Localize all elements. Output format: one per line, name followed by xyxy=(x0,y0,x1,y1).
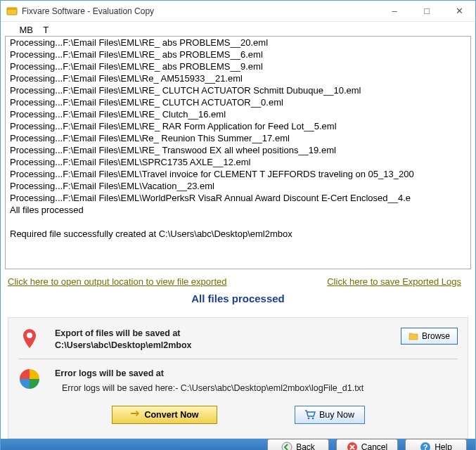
log-line: Processing...F:\Email Files\EML\RE_ CLUT… xyxy=(10,84,470,96)
log-line: Processing...F:\Email Files\EML\Travel i… xyxy=(10,168,470,180)
close-button[interactable]: ✕ xyxy=(443,1,475,22)
cancel-button[interactable]: Cancel xyxy=(336,439,398,450)
export-row: Export of files will be saved at C:\User… xyxy=(18,328,458,352)
buy-now-button[interactable]: Buy Now xyxy=(295,406,365,424)
log-line: Processing...F:\Email Files\EML\RE_ abs … xyxy=(10,60,470,72)
settings-panel: Export of files will be saved at C:\User… xyxy=(8,317,468,439)
maximize-button[interactable]: □ xyxy=(411,1,443,22)
convert-now-button[interactable]: Convert Now xyxy=(112,406,217,424)
location-pin-icon xyxy=(18,328,41,350)
log-line: Processing...F:\Email Files\EML\Re_ AM51… xyxy=(10,72,470,84)
status-message: All files processed xyxy=(5,290,471,317)
export-text: Export of files will be saved at C:\User… xyxy=(55,328,401,352)
errorlog-label: Error logs will be saved at xyxy=(55,368,458,380)
svg-point-6 xyxy=(347,442,357,450)
back-label: Back xyxy=(296,442,315,450)
log-line: Required file successfully created at C:… xyxy=(10,228,470,240)
log-line: Processing...F:\Email Files\EML\Re_ Reun… xyxy=(10,132,470,144)
log-line: Processing...F:\Email Files\EML\SPRC1735… xyxy=(10,156,470,168)
window-title: Fixvare Software - Evaluation Copy xyxy=(22,6,378,16)
log-line: Processing...F:\Email Files\EML\RE_ RAR … xyxy=(10,120,470,132)
svg-point-2 xyxy=(27,333,32,338)
errorlog-row: Error logs will be saved at Error logs w… xyxy=(18,368,458,394)
convert-icon xyxy=(129,409,141,420)
svg-text:?: ? xyxy=(423,443,428,450)
folder-icon xyxy=(409,331,418,341)
app-icon xyxy=(6,6,18,17)
processing-log[interactable]: Processing...F:\Email Files\EML\RE_ abs … xyxy=(5,36,471,269)
log-line: Processing...F:\Email Files\EML\RE_ Clut… xyxy=(10,108,470,120)
svg-point-3 xyxy=(308,418,310,420)
cart-icon xyxy=(304,409,316,420)
save-logs-link[interactable]: Click here to save Exported Logs xyxy=(327,276,461,287)
log-line: All files processed xyxy=(10,204,470,216)
log-line: Processing...F:\Email Files\EML\RE_ abs … xyxy=(10,49,470,60)
content-area: MB T Processing...F:\Email Files\EML\RE_… xyxy=(1,22,475,439)
pie-chart-icon xyxy=(18,368,41,390)
log-line: Processing...F:\Email Files\EML\WorldPer… xyxy=(10,192,470,204)
log-line: Processing...F:\Email Files\EML\Vacation… xyxy=(10,180,470,192)
action-row: Convert Now Buy Now xyxy=(18,401,458,431)
open-output-link[interactable]: Click here to open output location to vi… xyxy=(8,276,226,287)
log-header-clip: MB T xyxy=(5,25,471,36)
export-path: C:\Users\abc\Desktop\eml2mbox xyxy=(55,340,401,352)
divider xyxy=(18,359,458,359)
errorlog-text: Error logs will be saved at Error logs w… xyxy=(55,368,458,394)
cancel-label: Cancel xyxy=(361,442,387,450)
help-button[interactable]: ? Help xyxy=(405,439,467,450)
app-window: Fixvare Software - Evaluation Copy – □ ✕… xyxy=(0,0,476,450)
minimize-button[interactable]: – xyxy=(378,1,411,22)
help-label: Help xyxy=(435,442,452,450)
buy-label: Buy Now xyxy=(319,410,354,420)
titlebar: Fixvare Software - Evaluation Copy – □ ✕ xyxy=(1,1,475,22)
svg-point-4 xyxy=(312,418,314,420)
help-icon: ? xyxy=(420,442,431,450)
cancel-icon xyxy=(347,442,358,450)
browse-button[interactable]: Browse xyxy=(401,328,458,345)
back-arrow-icon xyxy=(281,442,292,450)
svg-rect-1 xyxy=(7,8,17,10)
log-line: Processing...F:\Email Files\EML\RE_ abs … xyxy=(10,37,470,49)
browse-label: Browse xyxy=(422,331,450,341)
back-button[interactable]: Back xyxy=(267,439,329,450)
links-row: Click here to open output location to vi… xyxy=(5,269,471,290)
log-line xyxy=(10,216,470,228)
log-line: Processing...F:\Email Files\EML\RE_ Tran… xyxy=(10,144,470,156)
errorlog-path: Error logs will be saved here:- C:\Users… xyxy=(55,380,458,394)
footer-bar: Back Cancel ? Help xyxy=(1,439,475,450)
convert-label: Convert Now xyxy=(144,410,198,420)
export-label: Export of files will be saved at xyxy=(55,328,401,340)
log-line: Processing...F:\Email Files\EML\RE_ CLUT… xyxy=(10,96,470,108)
